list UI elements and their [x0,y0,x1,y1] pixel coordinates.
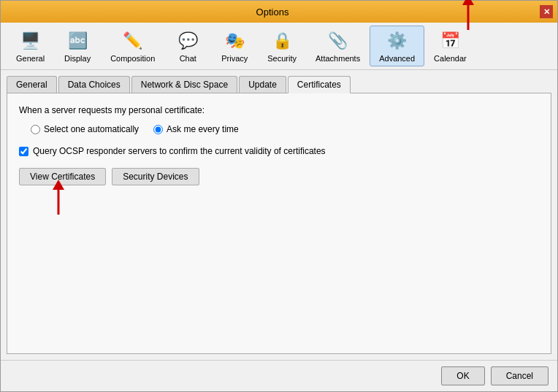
privacy-icon: 🎭 [223,29,246,53]
toolbar-item-attachments[interactable]: 📎 Attachments [306,26,370,66]
security-icon: 🔒 [270,29,294,53]
toolbar-label-composition: Composition [110,54,155,63]
tab-update[interactable]: Update [239,76,286,93]
toolbar-label-attachments: Attachments [316,54,360,63]
ocsp-label: Query OCSP responder servers to confirm … [33,146,326,156]
toolbar-item-general[interactable]: 🖥️ General [7,26,54,66]
radio-ask[interactable] [153,125,163,134]
toolbar-label-display: Display [64,54,91,63]
window-title: Options [5,7,540,18]
toolbar-label-privacy: Privacy [221,54,248,63]
composition-icon: ✏️ [121,29,145,53]
radio-auto-text: Select one automatically [44,124,139,134]
radio-ask-text: Ask me every time [167,124,239,134]
toolbar-item-composition[interactable]: ✏️ Composition [101,26,164,66]
attachments-icon: 📎 [326,29,350,53]
footer: OK Cancel [1,360,557,391]
certificates-tab-content: When a server requests my personal certi… [7,93,551,354]
toolbar-label-general: General [16,54,45,63]
toolbar-label-security: Security [267,54,297,63]
toolbar-item-privacy[interactable]: 🎭 Privacy [211,26,258,66]
toolbar-item-security[interactable]: 🔒 Security [258,26,306,66]
security-devices-button[interactable]: Security Devices [112,168,199,185]
tab-bar: General Data Choices Network & Disc Spac… [7,76,551,93]
tab-certificates[interactable]: Certificates [288,76,351,93]
toolbar-label-chat: Chat [180,54,196,63]
section-title: When a server requests my personal certi… [19,105,539,115]
close-button[interactable]: ✕ [540,5,553,18]
toolbar: 🖥️ General 🔤 Display ✏️ Composition 💬 Ch… [1,23,557,70]
tab-data-choices[interactable]: Data Choices [58,76,130,93]
titlebar: Options ✕ [1,1,557,23]
options-window: Options ✕ 🖥️ General 🔤 Display ✏️ Compos… [0,0,558,392]
general-icon: 🖥️ [19,29,42,53]
tab-network-disc-space[interactable]: Network & Disc Space [131,76,237,93]
button-row: View Certificates Security Devices [19,168,539,185]
tab-general[interactable]: General [7,76,57,93]
radio-group: Select one automatically Ask me every ti… [31,124,539,134]
ok-button[interactable]: OK [441,366,484,385]
chat-icon: 💬 [176,29,199,53]
toolbar-item-chat[interactable]: 💬 Chat [164,26,211,66]
toolbar-label-calendar: Calendar [434,54,467,63]
display-icon: 🔤 [66,29,89,53]
cancel-button[interactable]: Cancel [491,366,549,385]
toolbar-label-advanced: Advanced [379,54,415,63]
toolbar-item-display[interactable]: 🔤 Display [54,26,101,66]
calendar-icon: 📅 [438,29,462,53]
toolbar-item-calendar[interactable]: 📅 Calendar [424,26,476,66]
ocsp-checkbox-row: Query OCSP responder servers to confirm … [19,146,539,156]
toolbar-item-advanced[interactable]: ⚙️ Advanced [370,26,424,66]
advanced-icon: ⚙️ [386,29,409,53]
content-area: General Data Choices Network & Disc Spac… [1,70,557,360]
radio-auto-label[interactable]: Select one automatically [31,124,139,134]
ocsp-checkbox[interactable] [19,147,28,156]
view-certificates-button[interactable]: View Certificates [19,168,106,185]
radio-ask-label[interactable]: Ask me every time [153,124,239,134]
radio-auto[interactable] [31,125,40,134]
